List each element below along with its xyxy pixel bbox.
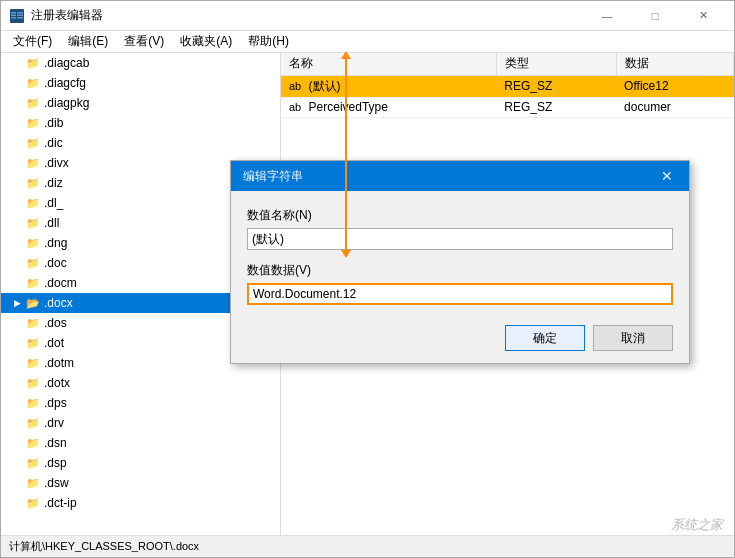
dialog-title: 编辑字符串 <box>243 168 303 185</box>
window-controls: — □ ✕ <box>584 1 726 31</box>
tree-arrow <box>9 55 25 71</box>
tree-label-docx: .docx <box>44 296 73 310</box>
name-field-input[interactable] <box>247 228 673 250</box>
table-row[interactable]: ab (默认) REG_SZ Office12 <box>281 75 734 97</box>
folder-icon: 📁 <box>25 215 41 231</box>
data-field-input[interactable] <box>247 283 673 305</box>
title-bar-left: 注册表编辑器 <box>9 7 103 24</box>
tree-label: .docm <box>44 276 77 290</box>
col-header-name: 名称 <box>281 53 496 75</box>
tree-item-dct-ip[interactable]: 📁 .dct-ip <box>1 493 280 513</box>
reg-name-cell: ab PerceivedType <box>281 97 496 117</box>
tree-label: .dsw <box>44 476 69 490</box>
menu-bar: 文件(F) 编辑(E) 查看(V) 收藏夹(A) 帮助(H) <box>1 31 734 53</box>
folder-open-icon: 📂 <box>25 295 41 311</box>
reg-data-cell: documer <box>616 97 733 117</box>
dialog-title-bar: 编辑字符串 ✕ <box>231 161 689 191</box>
folder-icon: 📁 <box>25 195 41 211</box>
tree-item-dic[interactable]: 📁 .dic <box>1 133 280 153</box>
tree-item-dsn[interactable]: 📁 .dsn <box>1 433 280 453</box>
svg-rect-5 <box>17 14 23 16</box>
tree-label: .dib <box>44 116 63 130</box>
menu-help[interactable]: 帮助(H) <box>240 31 297 52</box>
tree-item-dotx[interactable]: 📁 .dotx <box>1 373 280 393</box>
ok-button[interactable]: 确定 <box>505 325 585 351</box>
tree-label: .diz <box>44 176 63 190</box>
folder-icon: 📁 <box>25 135 41 151</box>
reg-name: (默认) <box>309 79 341 93</box>
folder-icon: 📁 <box>25 155 41 171</box>
reg-icon: ab <box>289 101 301 113</box>
svg-rect-1 <box>11 12 16 14</box>
tree-item-drv[interactable]: 📁 .drv <box>1 413 280 433</box>
folder-icon: 📁 <box>25 475 41 491</box>
table-row[interactable]: ab PerceivedType REG_SZ documer <box>281 97 734 117</box>
status-bar: 计算机\HKEY_CLASSES_ROOT\.docx <box>1 535 734 557</box>
tree-label: .dl_ <box>44 196 63 210</box>
svg-rect-6 <box>17 17 23 19</box>
menu-favorites[interactable]: 收藏夹(A) <box>172 31 240 52</box>
folder-icon: 📁 <box>25 375 41 391</box>
tree-item-diagcfg[interactable]: 📁 .diagcfg <box>1 73 280 93</box>
edit-string-dialog: 编辑字符串 ✕ 数值名称(N) 数值数据(V) 确定 取消 <box>230 160 690 364</box>
menu-edit[interactable]: 编辑(E) <box>60 31 116 52</box>
svg-rect-4 <box>17 12 23 14</box>
tree-label: .dot <box>44 336 64 350</box>
col-header-type: 类型 <box>496 53 616 75</box>
tree-item-dsw[interactable]: 📁 .dsw <box>1 473 280 493</box>
tree-item-dib[interactable]: 📁 .dib <box>1 113 280 133</box>
tree-label: .diagpkg <box>44 96 89 110</box>
status-text: 计算机\HKEY_CLASSES_ROOT\.docx <box>9 539 199 554</box>
tree-item-diagcab[interactable]: 📁 .diagcab <box>1 53 280 73</box>
title-bar: 注册表编辑器 — □ ✕ <box>1 1 734 31</box>
folder-icon: 📁 <box>25 495 41 511</box>
tree-label: .dotm <box>44 356 74 370</box>
folder-icon: 📁 <box>25 175 41 191</box>
folder-icon: 📁 <box>25 275 41 291</box>
menu-file[interactable]: 文件(F) <box>5 31 60 52</box>
tree-label: .dos <box>44 316 67 330</box>
app-icon <box>9 8 25 24</box>
reg-icon: ab <box>289 80 301 92</box>
dialog-close-button[interactable]: ✕ <box>657 166 677 186</box>
menu-view[interactable]: 查看(V) <box>116 31 172 52</box>
tree-label: .doc <box>44 256 67 270</box>
registry-table: 名称 类型 数据 ab (默认) REG_SZ Office12 <box>281 53 734 118</box>
folder-icon: 📁 <box>25 95 41 111</box>
tree-label: .dps <box>44 396 67 410</box>
folder-icon: 📁 <box>25 415 41 431</box>
tree-label: .dsn <box>44 436 67 450</box>
folder-icon: 📁 <box>25 255 41 271</box>
tree-expand-arrow[interactable]: ▶ <box>9 295 25 311</box>
tree-label: .dic <box>44 136 63 150</box>
folder-icon: 📁 <box>25 355 41 371</box>
tree-label: .dsp <box>44 456 67 470</box>
folder-icon: 📁 <box>25 115 41 131</box>
tree-label: .drv <box>44 416 64 430</box>
folder-icon: 📁 <box>25 55 41 71</box>
folder-icon: 📁 <box>25 235 41 251</box>
minimize-button[interactable]: — <box>584 1 630 31</box>
svg-rect-2 <box>11 14 16 16</box>
data-field-label: 数值数据(V) <box>247 262 673 279</box>
tree-label: .dct-ip <box>44 496 77 510</box>
cancel-button[interactable]: 取消 <box>593 325 673 351</box>
tree-item-diagpkg[interactable]: 📁 .diagpkg <box>1 93 280 113</box>
folder-icon: 📁 <box>25 335 41 351</box>
window-close-button[interactable]: ✕ <box>680 1 726 31</box>
window-title: 注册表编辑器 <box>31 7 103 24</box>
tree-label: .dll <box>44 216 59 230</box>
dialog-body: 数值名称(N) 数值数据(V) 确定 取消 <box>231 191 689 363</box>
folder-icon: 📁 <box>25 455 41 471</box>
tree-item-dps[interactable]: 📁 .dps <box>1 393 280 413</box>
reg-name-cell: ab (默认) <box>281 75 496 97</box>
svg-rect-3 <box>11 17 16 19</box>
tree-label: .diagcab <box>44 56 89 70</box>
maximize-button[interactable]: □ <box>632 1 678 31</box>
tree-label: .divx <box>44 156 69 170</box>
tree-label: .diagcfg <box>44 76 86 90</box>
tree-item-dsp[interactable]: 📁 .dsp <box>1 453 280 473</box>
reg-name: PerceivedType <box>309 100 388 114</box>
folder-icon: 📁 <box>25 315 41 331</box>
name-field-label: 数值名称(N) <box>247 207 673 224</box>
